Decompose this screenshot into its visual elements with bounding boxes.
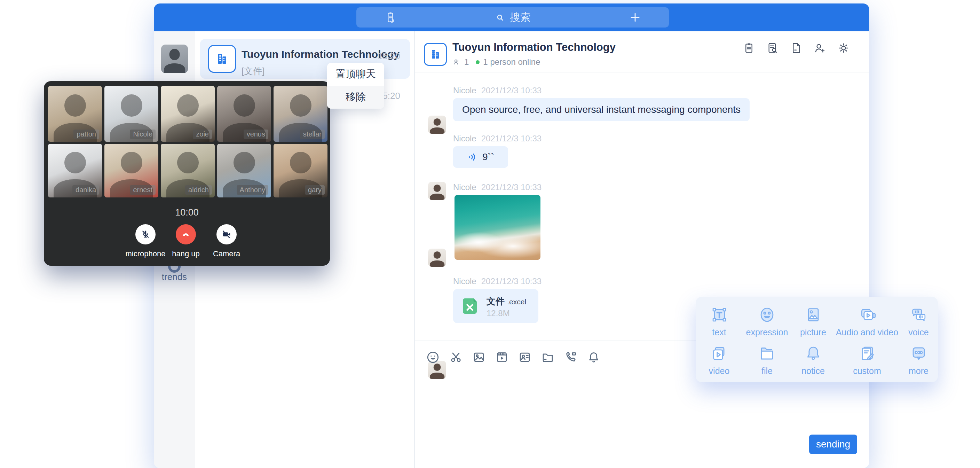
message-meta: Nicole2021/12/3 10:33 (453, 276, 541, 286)
video-icon[interactable] (495, 350, 509, 364)
user-avatar[interactable] (161, 45, 188, 73)
chat-header: Tuoyun Information Technology 1 1 person… (415, 31, 869, 72)
voice-message-bubble[interactable]: 9`` (453, 146, 508, 168)
send-button[interactable]: sending (809, 434, 857, 454)
participant-name: ernest (130, 185, 156, 195)
voice-icon (908, 305, 929, 325)
emoji-icon[interactable] (426, 350, 440, 364)
panel-item-audio-video[interactable]: Audio and video (835, 302, 899, 340)
notice-icon (803, 343, 823, 364)
participant-tile: Anthony (217, 144, 271, 197)
panel-item-label: notice (802, 366, 825, 376)
screenshot-icon[interactable] (449, 350, 463, 364)
online-text: 1 person online (483, 57, 540, 67)
file-extension: .excel (507, 298, 526, 306)
camera-off-icon (221, 228, 232, 240)
trends-label[interactable]: trends (154, 272, 195, 283)
call-record-icon[interactable] (742, 42, 756, 55)
panel-item-picture[interactable]: picture (791, 302, 835, 340)
settings-icon[interactable] (837, 42, 850, 55)
file-list-icon[interactable] (790, 42, 803, 55)
panel-item-label: expression (746, 327, 788, 337)
picture-icon (803, 305, 823, 325)
panel-item-label: more (908, 366, 929, 376)
sender-name: Nicole (453, 86, 476, 95)
participant-name: Nicole (130, 129, 156, 139)
participant-name: aldrich (185, 185, 212, 195)
panel-item-label: custom (853, 366, 881, 376)
sender-avatar[interactable] (428, 182, 446, 200)
participant-tile: Nicole (104, 86, 158, 142)
hang-up-icon (180, 228, 192, 240)
camera-label: Camera (213, 249, 240, 259)
message-type-panel: text expression picture Audio and video (696, 297, 938, 382)
custom-icon (857, 343, 877, 364)
member-count: 1 (464, 57, 469, 67)
online-dot (476, 60, 480, 64)
text-icon (709, 305, 729, 325)
menu-item-pin-chat[interactable]: 置顶聊天 (327, 63, 384, 86)
voice-duration: 9`` (482, 152, 494, 163)
message-text: Open source, free, and universal instant… (462, 104, 741, 115)
message-meta: Nicole2021/12/3 10:33 (453, 86, 541, 96)
expression-icon (757, 305, 777, 325)
participant-name: venus (243, 129, 268, 139)
panel-item-file[interactable]: file (743, 340, 791, 379)
more-icon (908, 343, 929, 364)
contact-card-icon[interactable] (517, 350, 532, 364)
sender-avatar[interactable] (428, 116, 446, 134)
panel-item-expression[interactable]: expression (743, 302, 791, 340)
panel-item-label: voice (908, 327, 929, 337)
participant-tile: danika (48, 144, 102, 197)
message-meta: Nicole2021/12/3 10:33 (453, 182, 541, 192)
participant-name: gary (305, 185, 325, 195)
participant-name: zoie (193, 129, 212, 139)
topbar-pill: 搜索 (356, 7, 669, 27)
text-message-bubble: Open source, free, and universal instant… (453, 98, 749, 121)
message-time: 2021/12/3 10:33 (481, 86, 542, 95)
panel-item-label: file (762, 366, 773, 376)
video-call-overlay: patton Nicole zoie venus stellar danika … (44, 81, 330, 266)
notification-icon[interactable] (586, 350, 601, 364)
camera-button[interactable] (216, 224, 237, 244)
microphone-button[interactable] (135, 224, 156, 244)
file-size: 12.8M (487, 308, 510, 318)
panel-item-label: Audio and video (836, 327, 898, 337)
image-message-beach-photo[interactable] (455, 195, 541, 260)
panel-item-notice[interactable]: notice (791, 340, 835, 379)
sender-name: Nicole (453, 134, 476, 143)
search-box[interactable]: 搜索 (495, 10, 531, 25)
file-message-card[interactable]: 文件 .excel 12.8M (453, 289, 538, 323)
conversation-time: 15:20 (378, 51, 400, 62)
video-call-icon[interactable] (563, 350, 578, 364)
image-icon[interactable] (472, 350, 486, 364)
composer-toolbar (426, 350, 601, 364)
folder-icon[interactable] (541, 350, 555, 364)
chat-title: Tuoyun Information Technology (452, 41, 616, 54)
sender-avatar[interactable] (428, 249, 446, 267)
panel-item-label: video (709, 366, 730, 376)
call-timer: 10:00 (44, 207, 330, 218)
voice-wave-icon (467, 152, 478, 163)
plus-icon[interactable] (628, 11, 642, 24)
menu-item-remove[interactable]: 移除 (327, 86, 384, 109)
call-record-icon[interactable] (383, 10, 398, 24)
participant-tile: zoie (161, 86, 215, 142)
hang-up-label: hang up (172, 249, 200, 259)
panel-item-video[interactable]: video (696, 340, 743, 379)
file-panel-icon (757, 343, 777, 364)
panel-item-more[interactable]: more (899, 340, 938, 379)
panel-item-voice[interactable]: voice (899, 302, 938, 340)
chat-search-icon[interactable] (766, 42, 779, 55)
hang-up-button[interactable] (176, 224, 196, 244)
participant-tile: ernest (104, 144, 158, 197)
microphone-muted-icon (140, 228, 151, 240)
add-member-icon[interactable] (813, 42, 827, 55)
conversation-last-message: [文件] (242, 65, 264, 77)
search-icon (495, 12, 506, 23)
group-avatar-icon (208, 45, 236, 73)
excel-file-icon (459, 295, 481, 317)
panel-item-text[interactable]: text (696, 302, 743, 340)
panel-item-custom[interactable]: custom (835, 340, 899, 379)
participant-name: stellar (300, 129, 325, 139)
